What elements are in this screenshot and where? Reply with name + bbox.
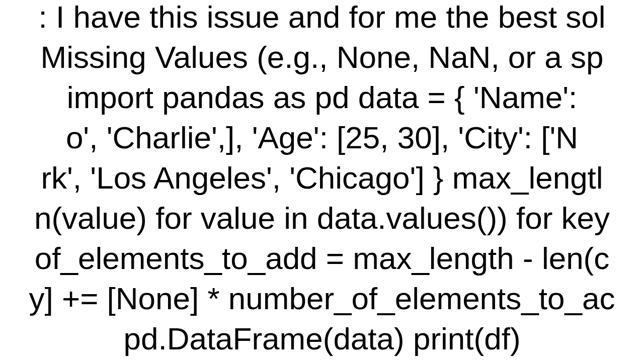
text-line-1: : I have this issue and for me the best … bbox=[39, 0, 606, 34]
text-line-9: pd.DataFrame(data) print(df) bbox=[123, 321, 520, 356]
code-explanation-text: : I have this issue and for me the best … bbox=[0, 0, 644, 359]
text-line-7: of_elements_to_add = max_length - len(c bbox=[35, 241, 610, 276]
text-line-2: Missing Values (e.g., None, NaN, or a sp bbox=[41, 40, 604, 74]
text-line-4: o', 'Charlie',], 'Age': [25, 30], 'City'… bbox=[66, 120, 578, 155]
text-line-6: n(value) for value in data.values()) for… bbox=[34, 201, 610, 235]
text-line-8: y] += [None] * number_of_elements_to_ac bbox=[29, 281, 615, 316]
text-line-5: rk', 'Los Angeles', 'Chicago'] } max_len… bbox=[41, 160, 603, 195]
text-line-3: import pandas as pd data = { 'Name': bbox=[67, 80, 578, 115]
